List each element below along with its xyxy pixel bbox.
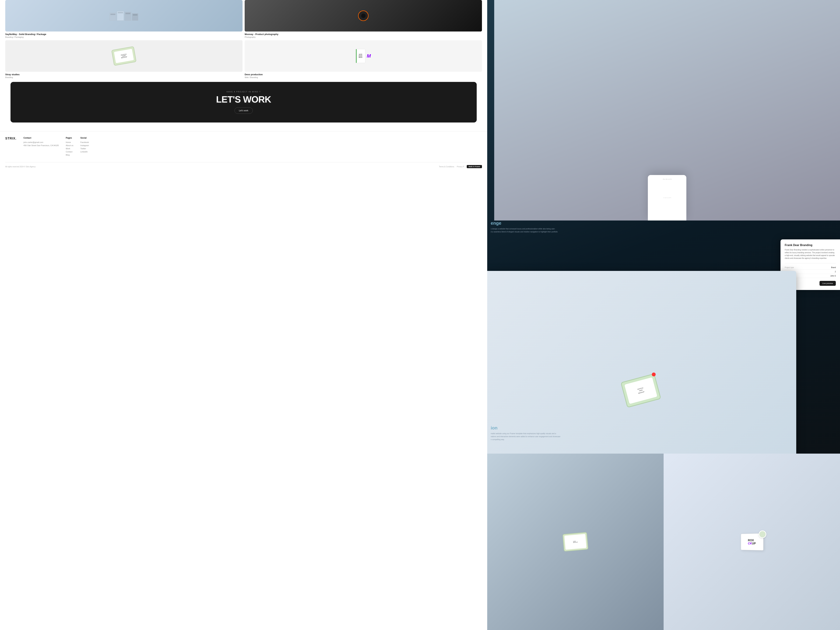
devo-image: NOTEBOOKMOCK M [245, 40, 482, 72]
tape-roll-illustration: SCOTCHTAPEMOCKUP [5, 40, 243, 72]
project-year-value: 2 [835, 271, 836, 273]
sayno-way-title: SayNoWay - Solid Branding / Package [5, 33, 243, 36]
footer-link-facebook[interactable]: Facebook [81, 141, 89, 143]
footer-pages-heading: Pages [66, 137, 73, 139]
footer-link-blog[interactable]: Blog [66, 154, 73, 156]
footer-terms-link[interactable]: Terms & Conditions [439, 166, 454, 167]
footer-social-heading: Social [81, 137, 89, 139]
portfolio-grid: SayNoWay - Solid Branding / Package Bran… [0, 0, 487, 131]
left-panel: SayNoWay - Solid Branding / Package Bran… [0, 0, 487, 630]
project-type-value: Brand [831, 267, 836, 268]
tape-red-dot [651, 372, 656, 377]
solution-section: ion malist website using our Framer temp… [491, 425, 840, 441]
right-panel: ʞɔoɯnp upstudio enge o design a website … [487, 0, 840, 630]
footer-bottom: All rights reserved 2024 © Strix Agency … [5, 162, 482, 168]
moonay-image [245, 0, 482, 32]
solution-partial-heading: ion [491, 425, 497, 431]
portfolio-item-stray-studies[interactable]: SCOTCHTAPEMOCKUP Stray studies Branding [5, 40, 243, 78]
project-card-desc: Frank Dear Branding needed a sophisticat… [785, 248, 836, 260]
live-preview-button[interactable]: Live preview [819, 281, 836, 286]
notebook-m-letter: M [367, 53, 371, 59]
solution-text-2: nations and interactive elements were ad… [491, 435, 561, 438]
footer-privacy-link[interactable]: Privacy P [457, 166, 464, 167]
devo-category: Web / Branding [245, 76, 482, 78]
bag-image: ʞɔoɯnp upstudio [494, 0, 840, 221]
bottom-image-1: TAPEMOCKUP [487, 453, 663, 630]
sayno-way-category: Branding / Packaging [5, 36, 243, 38]
solution-text-3: n compelling way. [491, 438, 561, 441]
footer-link-instagram[interactable]: Instagram [81, 144, 89, 147]
footer-link-work[interactable]: Work [66, 147, 73, 150]
devo-title: Devo production [245, 73, 482, 76]
notebook-illustration: NOTEBOOKMOCK M [245, 40, 482, 72]
project-card-title: Frank Dear Branding [785, 243, 836, 247]
challenge-text-2: d a seamless blend of elegant visuals an… [491, 230, 561, 233]
footer-link-linkedin[interactable]: LinkedIn [81, 151, 89, 153]
footer-grid: STRIX. Contact john.carter@gmail.com 456… [5, 137, 482, 157]
footer-link-about[interactable]: About us [66, 144, 73, 147]
challenge-partial-heading: enge [491, 221, 501, 226]
project-type-label: Project type [785, 267, 794, 268]
bottom-images-row: TAPEMOCKUP ROXCKUP [487, 453, 840, 630]
solution-text-1: malist website using our Framer template… [491, 432, 561, 435]
speaker-illustration [245, 0, 482, 32]
project-type-row: Project type Brand [785, 265, 836, 270]
footer: STRIX. Contact john.carter@gmail.com 456… [0, 131, 487, 172]
footer-logo-col: STRIX. [5, 137, 16, 157]
footer-link-home[interactable]: Home [66, 141, 73, 143]
page-wrapper: SayNoWay - Solid Branding / Package Bran… [0, 0, 840, 630]
project-client-value: John S [831, 275, 836, 277]
footer-address: 456 Oak Street San Francisco, CA 94105 [24, 144, 59, 147]
footer-link-contact[interactable]: Contact [66, 151, 73, 153]
cta-subtitle: HAVE A PROJECT IN MIND ? [16, 91, 471, 93]
portfolio-item-moonay[interactable]: Moonay - Product photography Photography [245, 0, 482, 38]
moonay-category: Photography [245, 36, 482, 38]
bag-reversed-text: ʞɔoɯnp [662, 178, 672, 180]
portfolio-item-sayno-way[interactable]: SayNoWay - Solid Branding / Package Bran… [5, 0, 243, 38]
stray-studies-image: SCOTCHTAPEMOCKUP [5, 40, 243, 72]
footer-pages-col: Pages Home About us Work Contact Blog [66, 137, 73, 157]
challenge-section: enge o design a website that conveyed lu… [491, 221, 840, 233]
footer-email: john.carter@gmail.com [24, 141, 59, 143]
challenge-text-1: o design a website that conveyed luxury … [491, 227, 561, 230]
bottom-portfolio-row: SCOTCHTAPEMOCKUP Stray studies Branding … [5, 40, 482, 78]
moonay-title: Moonay - Product photography [245, 33, 482, 36]
footer-legal-links: Terms & Conditions Privacy P Made in Fra… [439, 165, 482, 168]
footer-social-col: Social Facebook Instagram Twitter Linked… [81, 137, 89, 157]
lets-work-button[interactable]: Let's work [235, 107, 253, 114]
rox-tape-roll-icon [759, 531, 766, 538]
footer-copyright: All rights reserved 2024 © Strix Agency [5, 166, 36, 167]
cta-title: LET'S WORK [16, 95, 471, 104]
footer-link-twitter[interactable]: Twitter [81, 147, 89, 150]
bottom-image-2: ROXCKUP [663, 453, 840, 630]
cta-section: HAVE A PROJECT IN MIND ? LET'S WORK Let'… [11, 82, 477, 123]
top-portfolio-row: SayNoWay - Solid Branding / Package Bran… [5, 0, 482, 38]
footer-logo: STRIX. [5, 137, 16, 141]
portfolio-item-devo[interactable]: NOTEBOOKMOCK M Devo production Web / Bra… [245, 40, 482, 78]
top-hero-section: ʞɔoɯnp upstudio [494, 0, 840, 221]
footer-contact-col: Contact john.carter@gmail.com 456 Oak St… [24, 137, 59, 157]
sayno-way-image [5, 0, 243, 32]
footer-contact-heading: Contact [24, 137, 59, 139]
stray-studies-title: Stray studies [5, 73, 243, 76]
stray-studies-category: Branding [5, 76, 243, 78]
box-mockup-illustration [5, 0, 243, 32]
framer-badge: Made in Framer [467, 165, 482, 168]
